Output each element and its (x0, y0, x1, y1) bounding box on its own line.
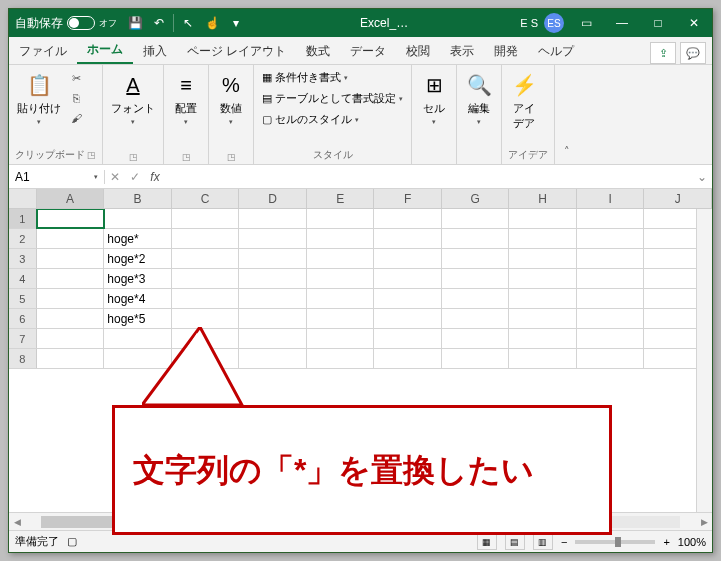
cell-A7[interactable] (37, 329, 105, 348)
cell-E3[interactable] (307, 249, 375, 268)
cell-A4[interactable] (37, 269, 105, 288)
share-button[interactable]: ⇪ (650, 42, 676, 64)
cell-G3[interactable] (442, 249, 510, 268)
cell-H8[interactable] (509, 349, 577, 368)
cell-D4[interactable] (239, 269, 307, 288)
normal-view-icon[interactable]: ▦ (477, 534, 497, 550)
conditional-formatting-button[interactable]: ▦条件付き書式▾ (260, 69, 405, 86)
cell-E6[interactable] (307, 309, 375, 328)
cell-B2[interactable]: hoge* (104, 229, 172, 248)
tab-review[interactable]: 校閲 (396, 38, 440, 64)
cell-A8[interactable] (37, 349, 105, 368)
cell-F1[interactable] (374, 209, 442, 228)
cell-B1[interactable] (104, 209, 172, 228)
cell-F5[interactable] (374, 289, 442, 308)
cell-D3[interactable] (239, 249, 307, 268)
alignment-launcher[interactable]: ◳ (182, 152, 191, 162)
cell-C6[interactable] (172, 309, 240, 328)
cell-D5[interactable] (239, 289, 307, 308)
col-header-G[interactable]: G (442, 189, 510, 208)
cell-D2[interactable] (239, 229, 307, 248)
cell-I3[interactable] (577, 249, 645, 268)
cell-A3[interactable] (37, 249, 105, 268)
cell-C4[interactable] (172, 269, 240, 288)
vertical-scrollbar[interactable] (696, 209, 712, 512)
cell-E4[interactable] (307, 269, 375, 288)
col-header-A[interactable]: A (37, 189, 105, 208)
cell-F3[interactable] (374, 249, 442, 268)
pointer-icon[interactable]: ↖ (176, 11, 200, 35)
cell-C5[interactable] (172, 289, 240, 308)
row-header-7[interactable]: 7 (9, 329, 37, 348)
name-box[interactable]: A1▾ (9, 170, 105, 184)
ribbon-display-icon[interactable]: ▭ (568, 9, 604, 37)
cell-F8[interactable] (374, 349, 442, 368)
autosave-toggle[interactable]: 自動保存 オフ (9, 15, 123, 32)
cell-G2[interactable] (442, 229, 510, 248)
tab-home[interactable]: ホーム (77, 36, 133, 64)
qat-more-icon[interactable]: ▾ (224, 11, 248, 35)
row-header-1[interactable]: 1 (9, 209, 37, 228)
cell-A1[interactable] (37, 209, 105, 228)
scroll-left-icon[interactable]: ◀ (9, 517, 25, 527)
col-header-C[interactable]: C (172, 189, 240, 208)
ideas-button[interactable]: ⚡アイ デア (508, 69, 540, 133)
font-launcher[interactable]: ◳ (129, 152, 138, 162)
cell-I1[interactable] (577, 209, 645, 228)
cut-icon[interactable]: ✂ (67, 69, 85, 87)
tab-insert[interactable]: 挿入 (133, 38, 177, 64)
row-header-4[interactable]: 4 (9, 269, 37, 288)
cell-C2[interactable] (172, 229, 240, 248)
tab-data[interactable]: データ (340, 38, 396, 64)
format-as-table-button[interactable]: ▤テーブルとして書式設定▾ (260, 90, 405, 107)
enter-icon[interactable]: ✓ (125, 170, 145, 184)
zoom-level[interactable]: 100% (678, 536, 706, 548)
page-layout-view-icon[interactable]: ▤ (505, 534, 525, 550)
cell-F4[interactable] (374, 269, 442, 288)
cell-H4[interactable] (509, 269, 577, 288)
cell-E1[interactable] (307, 209, 375, 228)
number-button[interactable]: %数値▾ (215, 69, 247, 128)
cell-E7[interactable] (307, 329, 375, 348)
zoom-slider[interactable] (575, 540, 655, 544)
col-header-I[interactable]: I (577, 189, 645, 208)
cell-E2[interactable] (307, 229, 375, 248)
tab-view[interactable]: 表示 (440, 38, 484, 64)
row-header-5[interactable]: 5 (9, 289, 37, 308)
comments-button[interactable]: 💬 (680, 42, 706, 64)
cell-G1[interactable] (442, 209, 510, 228)
alignment-button[interactable]: ≡配置▾ (170, 69, 202, 128)
cell-H5[interactable] (509, 289, 577, 308)
tab-developer[interactable]: 開発 (484, 38, 528, 64)
close-button[interactable]: ✕ (676, 9, 712, 37)
cell-F2[interactable] (374, 229, 442, 248)
tab-page-layout[interactable]: ページ レイアウト (177, 38, 296, 64)
font-button[interactable]: Aフォント▾ (109, 69, 157, 128)
cell-H7[interactable] (509, 329, 577, 348)
cell-E8[interactable] (307, 349, 375, 368)
col-header-F[interactable]: F (374, 189, 442, 208)
cell-D6[interactable] (239, 309, 307, 328)
cell-H3[interactable] (509, 249, 577, 268)
number-launcher[interactable]: ◳ (227, 152, 236, 162)
row-header-6[interactable]: 6 (9, 309, 37, 328)
cell-I6[interactable] (577, 309, 645, 328)
cell-C3[interactable] (172, 249, 240, 268)
cell-I5[interactable] (577, 289, 645, 308)
cell-B3[interactable]: hoge*2 (104, 249, 172, 268)
tab-file[interactable]: ファイル (9, 38, 77, 64)
cell-F6[interactable] (374, 309, 442, 328)
cell-A2[interactable] (37, 229, 105, 248)
cell-I8[interactable] (577, 349, 645, 368)
cell-C1[interactable] (172, 209, 240, 228)
cell-B6[interactable]: hoge*5 (104, 309, 172, 328)
scroll-right-icon[interactable]: ▶ (696, 517, 712, 527)
cell-I4[interactable] (577, 269, 645, 288)
minimize-button[interactable]: — (604, 9, 640, 37)
cell-D1[interactable] (239, 209, 307, 228)
tab-help[interactable]: ヘルプ (528, 38, 584, 64)
col-header-H[interactable]: H (509, 189, 577, 208)
select-all-corner[interactable] (9, 189, 37, 208)
fx-icon[interactable]: fx (145, 170, 165, 184)
collapse-ribbon-icon[interactable]: ˄ (555, 65, 579, 164)
